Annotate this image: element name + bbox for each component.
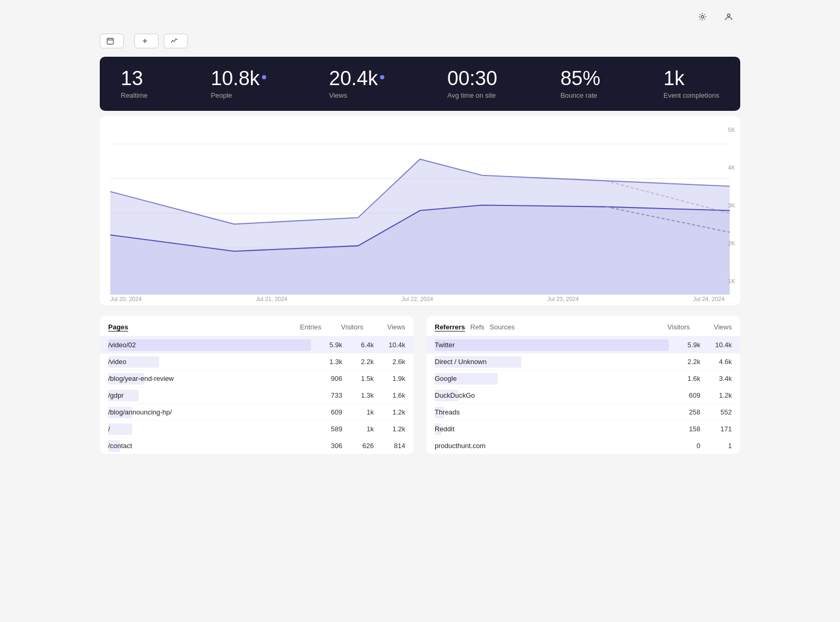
table-row[interactable]: Direct / Unknown 2.2k 4.6k bbox=[426, 354, 740, 370]
row-label: producthunt.com bbox=[435, 442, 669, 450]
sources-tab[interactable]: Sources bbox=[490, 323, 515, 331]
row-views: 4.6k bbox=[700, 358, 732, 366]
row-label-text: /blog/announcing-hp/ bbox=[108, 408, 172, 416]
row-values: 5.9k 6.4k 10.4k bbox=[311, 341, 405, 349]
row-visitors: 626 bbox=[342, 442, 374, 450]
comparison-button[interactable] bbox=[134, 34, 159, 48]
row-label-text: DuckDuckGo bbox=[435, 391, 475, 399]
table-row[interactable]: DuckDuckGo 609 1.2k bbox=[426, 387, 740, 404]
page-header bbox=[100, 11, 740, 23]
row-label: DuckDuckGo bbox=[435, 391, 669, 399]
row-entries: 906 bbox=[311, 375, 342, 382]
row-visitors: 0 bbox=[669, 442, 700, 450]
table-row[interactable]: Threads 258 552 bbox=[426, 404, 740, 421]
row-bar bbox=[108, 339, 311, 351]
chart-icon bbox=[171, 37, 178, 45]
row-views: 1.2k bbox=[700, 391, 732, 399]
row-visitors: 2.2k bbox=[669, 358, 700, 366]
row-label-text: /blog/year-end-review bbox=[108, 375, 174, 382]
row-views: 10.4k bbox=[374, 341, 405, 349]
stat-value-3: 00:30 bbox=[447, 68, 497, 88]
row-label-text: Reddit bbox=[435, 425, 455, 433]
row-label: /blog/announcing-hp/ bbox=[108, 408, 311, 416]
referrers-table-header: Referrers Refs Sources Visitors Views bbox=[426, 316, 740, 337]
options-button[interactable] bbox=[694, 11, 714, 23]
pages-tab[interactable]: Pages bbox=[108, 323, 128, 331]
chart-container: 5K 4K 3K 2K 1K Jul 20, 2024 Jul 21, 2024… bbox=[100, 116, 740, 305]
row-values: 733 1.3k 1.6k bbox=[311, 391, 405, 399]
ref-views-col: Views bbox=[700, 323, 732, 331]
date-range-button[interactable] bbox=[100, 34, 124, 48]
table-row[interactable]: producthunt.com 0 1 bbox=[426, 438, 740, 454]
row-label: Direct / Unknown bbox=[435, 358, 669, 366]
row-bar bbox=[108, 423, 132, 435]
stat-item-1: 10.8kPeople bbox=[211, 68, 266, 99]
stat-label-1: People bbox=[211, 91, 232, 99]
table-row[interactable]: /gdpr 733 1.3k 1.6k bbox=[100, 387, 414, 404]
row-entries: 1.3k bbox=[311, 358, 342, 366]
row-entries: 609 bbox=[311, 408, 342, 416]
row-values: 2.2k 4.6k bbox=[669, 358, 732, 366]
stat-dot-1 bbox=[262, 75, 266, 79]
x-label-5: Jul 24, 2024 bbox=[693, 296, 724, 302]
row-label: / bbox=[108, 425, 311, 433]
stat-value-0: 13 bbox=[121, 68, 143, 88]
x-label-2: Jul 21, 2024 bbox=[256, 296, 288, 302]
row-label-text: Twitter bbox=[435, 341, 455, 349]
row-views: 1.9k bbox=[374, 375, 405, 382]
row-visitors: 258 bbox=[669, 408, 700, 416]
row-values: 5.9k 10.4k bbox=[669, 341, 732, 349]
row-visitors: 158 bbox=[669, 425, 700, 433]
row-views: 3.4k bbox=[700, 375, 732, 382]
refs-tab[interactable]: Refs bbox=[470, 323, 485, 331]
table-row[interactable]: /blog/announcing-hp/ 609 1k 1.2k bbox=[100, 404, 414, 421]
table-row[interactable]: Twitter 5.9k 10.4k bbox=[426, 337, 740, 354]
row-entries: 589 bbox=[311, 425, 342, 433]
stat-item-5: 1kEvent completions bbox=[664, 68, 719, 99]
stat-item-2: 20.4kViews bbox=[329, 68, 384, 99]
table-row[interactable]: /video 1.3k 2.2k 2.6k bbox=[100, 354, 414, 370]
row-label: /video/02 bbox=[108, 341, 311, 349]
row-label: Twitter bbox=[435, 341, 669, 349]
table-row[interactable]: / 589 1k 1.2k bbox=[100, 421, 414, 438]
row-visitors: 1.5k bbox=[342, 375, 374, 382]
row-values: 0 1 bbox=[669, 442, 732, 450]
pages-entries-col: Entries bbox=[290, 323, 321, 331]
row-views: 552 bbox=[700, 408, 732, 416]
row-views: 10.4k bbox=[700, 341, 732, 349]
row-values: 589 1k 1.2k bbox=[311, 425, 405, 433]
svg-point-0 bbox=[701, 16, 704, 18]
row-label: /contact bbox=[108, 442, 311, 450]
table-row[interactable]: /video/02 5.9k 6.4k 10.4k bbox=[100, 337, 414, 354]
settings-button[interactable] bbox=[720, 11, 740, 23]
row-visitors: 1.6k bbox=[669, 375, 700, 382]
row-label-text: /gdpr bbox=[108, 391, 124, 399]
auto-button[interactable] bbox=[164, 34, 188, 48]
row-visitors: 1.3k bbox=[342, 391, 374, 399]
pages-views-col: Views bbox=[374, 323, 405, 331]
row-visitors: 6.4k bbox=[342, 341, 374, 349]
stat-item-3: 00:30Avg time on site bbox=[447, 68, 497, 99]
row-values: 258 552 bbox=[669, 408, 732, 416]
calendar-icon bbox=[107, 37, 114, 45]
table-row[interactable]: Reddit 158 171 bbox=[426, 421, 740, 438]
row-label: /blog/year-end-review bbox=[108, 375, 311, 382]
table-row[interactable]: /contact 306 626 814 bbox=[100, 438, 414, 454]
row-label: Reddit bbox=[435, 425, 669, 433]
pages-table-header: Pages Entries Visitors Views bbox=[100, 316, 414, 337]
main-chart bbox=[110, 127, 730, 300]
stat-label-3: Avg time on site bbox=[447, 91, 496, 99]
stat-value-4: 85% bbox=[560, 68, 600, 88]
x-label-3: Jul 22, 2024 bbox=[402, 296, 433, 302]
referrers-tab[interactable]: Referrers bbox=[435, 323, 465, 331]
stat-value-5: 1k bbox=[664, 68, 685, 88]
plus-icon bbox=[141, 37, 149, 45]
table-row[interactable]: Google 1.6k 3.4k bbox=[426, 370, 740, 387]
stat-dot-2 bbox=[380, 75, 384, 79]
row-views: 2.6k bbox=[374, 358, 405, 366]
stat-label-0: Realtime bbox=[121, 91, 148, 99]
header-actions bbox=[694, 11, 740, 23]
row-views: 1.6k bbox=[374, 391, 405, 399]
table-row[interactable]: /blog/year-end-review 906 1.5k 1.9k bbox=[100, 370, 414, 387]
row-label-text: /video bbox=[108, 358, 127, 366]
